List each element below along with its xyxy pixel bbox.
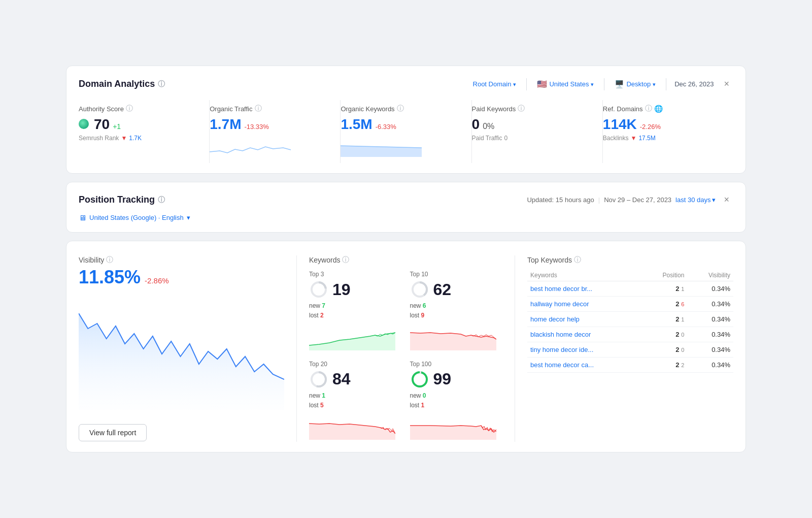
paid-keywords-label: Paid Keywords ⓘ: [472, 104, 592, 113]
last-30-days-button[interactable]: last 30 days ▾: [675, 196, 716, 204]
top3-value-row: 19: [309, 280, 402, 299]
top3-chart: [309, 325, 402, 352]
organic-keywords-change: -6.33%: [376, 123, 396, 131]
divider: [526, 78, 527, 90]
position-change: 0: [681, 332, 684, 338]
position-change: 2: [681, 362, 684, 368]
keyword-cell[interactable]: best home decor ca...: [527, 358, 641, 373]
ref-domains-value: 114K -2.26%: [603, 116, 723, 133]
country-chevron-icon: [591, 80, 594, 88]
organic-traffic-chart: [210, 137, 330, 159]
paid-keywords-cell: Paid Keywords ⓘ 0 0% Paid Traffic 0: [472, 100, 603, 163]
paid-keywords-value: 0 0%: [472, 116, 592, 133]
visibility-info-icon[interactable]: ⓘ: [106, 255, 113, 265]
position-change: 1: [681, 286, 684, 292]
authority-score-value: 70 +1: [79, 116, 199, 133]
header-controls: Root Domain 🇺🇸 United States 🖥️ Desktop …: [467, 76, 733, 92]
top20-chart: [309, 414, 402, 442]
visibility-section: Visibility ⓘ 11.85% -2.86%: [79, 255, 297, 442]
top-keywords-info-icon[interactable]: ⓘ: [574, 255, 581, 265]
visibility-cell: 0.34%: [687, 312, 733, 327]
top100-chart: [410, 414, 503, 442]
top20-card: Top 20 84 new 1 lost 5: [309, 361, 402, 442]
svg-marker-13: [410, 426, 496, 440]
keyword-cell[interactable]: blackish home decor: [527, 327, 641, 342]
keyword-cell[interactable]: best home decor br...: [527, 281, 641, 297]
position-change: 1: [681, 316, 684, 322]
visibility-chart: [79, 298, 284, 410]
position-main: 2: [675, 285, 679, 293]
svg-point-11: [413, 372, 427, 386]
paid-traffic-sub: Paid Traffic 0: [472, 135, 592, 142]
monitor-icon: 🖥: [79, 213, 86, 222]
visibility-change: -2.86%: [145, 276, 169, 285]
top20-value-row: 84: [309, 370, 402, 389]
domain-analytics-info-icon[interactable]: ⓘ: [158, 80, 165, 89]
position-cell: 2 2: [641, 358, 687, 373]
pt-left: Position Tracking ⓘ: [79, 195, 165, 205]
table-row: blackish home decor2 00.34%: [527, 327, 733, 342]
divider2: [604, 78, 604, 90]
root-domain-chevron-icon: [513, 80, 516, 88]
top100-donut-icon: [410, 370, 429, 389]
organic-traffic-info-icon[interactable]: ⓘ: [255, 104, 262, 113]
position-main: 2: [675, 300, 679, 308]
us-flag-icon: 🇺🇸: [537, 79, 547, 89]
keyword-cell[interactable]: tiny home decor ide...: [527, 342, 641, 358]
country-button[interactable]: 🇺🇸 United States: [531, 76, 600, 92]
position-col-header: Position: [641, 270, 687, 281]
visibility-label: Visibility ⓘ: [79, 255, 284, 265]
filter-chevron-icon: ▾: [712, 196, 716, 204]
top10-number: 62: [433, 280, 452, 299]
location-chevron-icon: ▾: [187, 214, 190, 221]
top3-donut-icon: [309, 280, 328, 299]
ref-domains-globe-icon: 🌐: [654, 105, 663, 113]
table-row: tiny home decor ide...2 00.34%: [527, 342, 733, 358]
pt-right: Updated: 15 hours ago | Nov 29 – Dec 27,…: [527, 192, 733, 207]
top10-card: Top 10 62 new 6 lost 9: [410, 271, 503, 352]
root-domain-button[interactable]: Root Domain: [467, 77, 523, 91]
analytics-body-card: Visibility ⓘ 11.85% -2.86%: [66, 241, 746, 452]
authority-change: +1: [113, 122, 121, 131]
position-tracking-title: Position Tracking ⓘ: [79, 195, 165, 205]
visibility-cell: 0.34%: [687, 327, 733, 342]
table-row: home decor help2 10.34%: [527, 312, 733, 327]
position-cell: 2 0: [641, 327, 687, 342]
top-keywords-section: Top Keywords ⓘ Keywords Position Visibil…: [515, 255, 733, 442]
pt-info-icon[interactable]: ⓘ: [158, 196, 165, 205]
organic-keywords-info-icon[interactable]: ⓘ: [397, 104, 404, 113]
keywords-info-icon[interactable]: ⓘ: [342, 255, 349, 265]
date-range-label: Nov 29 – Dec 27, 2023: [604, 196, 671, 204]
ref-domains-info-icon[interactable]: ⓘ: [645, 104, 652, 113]
position-tracking-card: Position Tracking ⓘ Updated: 15 hours ag…: [66, 182, 746, 233]
domain-analytics-header: Domain Analytics ⓘ Root Domain 🇺🇸 United…: [79, 76, 733, 92]
pt-location-selector[interactable]: 🖥 United States (Google) · English ▾: [79, 213, 733, 222]
position-main: 2: [675, 315, 679, 323]
top20-title: Top 20: [309, 361, 402, 368]
backlinks-down-icon: ▼: [631, 135, 637, 142]
position-change: 0: [681, 347, 684, 353]
paid-keywords-change: 0%: [483, 122, 494, 131]
svg-marker-1: [79, 313, 284, 410]
visibility-cell: 0.34%: [687, 281, 733, 297]
keyword-cell[interactable]: home decor help: [527, 312, 641, 327]
pt-close-button[interactable]: ×: [720, 192, 733, 207]
view-full-report-button[interactable]: View full report: [79, 424, 147, 441]
organic-traffic-value: 1.7M -13.33%: [210, 116, 330, 133]
keyword-cell[interactable]: hallway home decor: [527, 297, 641, 312]
top10-stats: new 6 lost 9: [410, 301, 503, 320]
updated-label: Updated: 15 hours ago: [527, 196, 594, 204]
paid-keywords-info-icon[interactable]: ⓘ: [518, 104, 525, 113]
top10-chart: [410, 325, 503, 352]
pt-separator: |: [598, 196, 600, 204]
domain-analytics-close-button[interactable]: ×: [720, 77, 733, 91]
device-button[interactable]: 🖥️ Desktop: [608, 77, 662, 92]
keywords-grid: Top 3 19 new 7 lost 2: [309, 271, 502, 442]
position-main: 2: [675, 361, 679, 369]
authority-dot-icon: [79, 119, 89, 129]
position-change: 6: [681, 301, 684, 307]
analytics-body: Visibility ⓘ 11.85% -2.86%: [79, 251, 733, 442]
date-label: Dec 26, 2023: [670, 77, 718, 91]
authority-info-icon[interactable]: ⓘ: [126, 104, 133, 113]
keywords-col-header: Keywords: [527, 270, 641, 281]
